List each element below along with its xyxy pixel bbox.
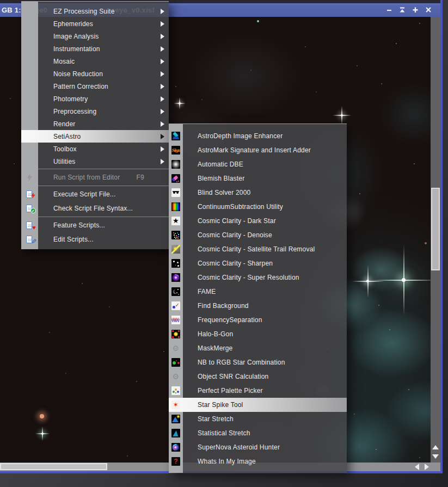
submenu-arrow-icon	[161, 46, 164, 52]
submenu-arrow-icon	[161, 159, 164, 164]
menu-item-continuumsubtraction-utility[interactable]: ContinuumSubtraction Utility	[169, 200, 347, 214]
menu-item-ez-processing-suite[interactable]: EZ Processing Suite	[21, 5, 169, 17]
window-controls	[385, 5, 433, 14]
menu-item-frequencyseparation[interactable]: FrequencySeparation	[169, 313, 347, 327]
find-background-icon	[169, 301, 183, 310]
menu-item-find-background[interactable]: Find Background	[169, 299, 347, 313]
menu-item-cosmic-clarity-satellite-trail-removal[interactable]: Cosmic Clarity - Satellite Trail Removal	[169, 242, 347, 256]
menu-item-ephemerides[interactable]: Ephemerides	[21, 17, 169, 30]
scroll-down-arrow[interactable]	[432, 454, 439, 459]
menu-item-halo-b-gon[interactable]: Halo-B-Gon	[169, 327, 347, 341]
cc-denoise-icon	[169, 231, 183, 239]
menu-item-perfect-palette-picker[interactable]: Perfect Palette Picker	[169, 384, 347, 398]
menu-item-utilities[interactable]: Utilities	[21, 155, 169, 168]
menu-item-cosmic-clarity-sharpen[interactable]: Cosmic Clarity - Sharpen	[169, 256, 347, 270]
menu-item-cosmic-clarity-denoise[interactable]: Cosmic Clarity - Denoise	[169, 228, 347, 242]
menu-item-render[interactable]: Render	[21, 118, 169, 130]
setiastro-submenu: AstroDepth Image Enhancer AstroMark Sign…	[169, 124, 347, 473]
nb-to-rgb-icon	[169, 358, 183, 367]
submenu-arrow-icon	[161, 121, 164, 127]
cc-sharpen-icon	[169, 259, 183, 268]
menu-item-run-script-from-editor[interactable]: Run Script from Editor F9	[21, 170, 169, 184]
run-script-lightning-icon	[21, 173, 38, 182]
submenu-arrow-icon	[161, 134, 164, 139]
vertical-scrollbar-thumb[interactable]	[431, 188, 440, 270]
continuum-subtraction-icon	[169, 202, 183, 211]
menu-item-astromark-signature-and-insert-adder[interactable]: AstroMark Signature and Insert Adder	[169, 143, 347, 157]
scroll-left-arrow[interactable]	[415, 464, 419, 470]
orange-star	[40, 414, 44, 418]
automatic-dbe-icon	[169, 160, 183, 169]
shade-icon	[398, 6, 406, 14]
menu-item-edit-scripts[interactable]: Edit Scripts...	[21, 232, 169, 246]
menu-item-star-spike-tool[interactable]: Star Spike Tool	[169, 398, 347, 412]
setiastro-submenu-items: AstroDepth Image Enhancer AstroMark Sign…	[169, 129, 347, 468]
menu-item-setiastro[interactable]: SetiAstro	[21, 130, 169, 143]
menu-item-execute-script-file[interactable]: Execute Script File...	[21, 187, 169, 201]
maskmerge-icon	[169, 344, 183, 353]
scroll-up-arrow[interactable]	[432, 445, 439, 449]
menu-separator	[38, 217, 169, 217]
submenu-arrow-icon	[161, 146, 164, 152]
menu-item-blemish-blaster[interactable]: Blemish Blaster	[169, 171, 347, 186]
menu-item-whats-in-my-image[interactable]: Whats In My Image	[169, 454, 347, 468]
menu-item-cosmic-clarity-super-resolution[interactable]: Cosmic Clarity - Super Resolution	[169, 270, 347, 285]
submenu-arrow-icon	[161, 9, 164, 14]
whats-in-my-image-icon	[169, 457, 183, 466]
blemish-blaster-icon	[169, 174, 183, 183]
cc-super-resolution-icon	[169, 273, 183, 282]
cc-dark-star-icon	[169, 217, 183, 225]
menu-item-photometry[interactable]: Photometry	[21, 93, 169, 105]
astrodepth-icon	[169, 132, 183, 140]
menu-separator	[38, 186, 169, 186]
menu-item-fame[interactable]: FAME	[169, 285, 347, 299]
close-icon	[425, 6, 432, 14]
submenu-arrow-icon	[161, 59, 164, 64]
astromark-icon	[169, 146, 183, 155]
frequency-separation-icon	[169, 316, 183, 324]
check-script-syntax-icon	[21, 204, 38, 213]
menu-item-image-analysis[interactable]: Image Analysis	[21, 30, 169, 42]
menu-item-object-snr-calculation[interactable]: Object SNR Calculation	[169, 369, 347, 384]
vertical-scrollbar[interactable]	[431, 17, 440, 463]
menu-item-automatic-dbe[interactable]: Automatic DBE	[169, 157, 347, 171]
submenu-arrow-icon	[161, 34, 164, 39]
menu-item-toolbox[interactable]: Toolbox	[21, 143, 169, 155]
menu-item-pattern-correction[interactable]: Pattern Correction	[21, 80, 169, 93]
menu-item-noise-reduction[interactable]: Noise Reduction	[21, 67, 169, 80]
close-button[interactable]	[424, 5, 433, 14]
menu-item-statistical-stretch[interactable]: Statistical Stretch	[169, 426, 347, 440]
menu-item-supernova-asteroid-hunter[interactable]: SuperNova Asteroid Hunter	[169, 440, 347, 454]
menu-item-maskmerge[interactable]: MaskMerge	[169, 341, 347, 355]
object-snr-icon	[169, 372, 183, 381]
menu-item-preprocessing[interactable]: Preprocessing	[21, 105, 169, 118]
horizontal-scrollbar-thumb[interactable]	[0, 463, 107, 470]
menu-item-astrodepth-image-enhancer[interactable]: AstroDepth Image Enhancer	[169, 129, 347, 143]
submenu-arrow-icon	[161, 109, 164, 114]
submenu-arrow-icon	[161, 84, 164, 89]
shade-button[interactable]	[398, 5, 407, 14]
menu-item-instrumentation[interactable]: Instrumentation	[21, 42, 169, 55]
menu-item-cosmic-clarity-dark-star[interactable]: Cosmic Clarity - Dark Star	[169, 214, 347, 228]
supernova-icon	[169, 443, 183, 452]
starfield	[0, 17, 1, 18]
statistical-stretch-icon	[169, 429, 183, 437]
menu-separator	[38, 169, 169, 169]
minimize-button[interactable]	[385, 5, 394, 14]
minimize-icon	[385, 6, 393, 14]
menu-item-check-script-file-syntax[interactable]: Check Script File Syntax...	[21, 201, 169, 215]
menu-item-star-stretch[interactable]: Star Stretch	[169, 412, 347, 426]
execute-script-file-icon	[21, 190, 38, 199]
menu-item-nb-to-rgb-star-combination[interactable]: NB to RGB Star Combination	[169, 355, 347, 369]
menu-item-feature-scripts[interactable]: Feature Scripts...	[21, 218, 169, 232]
submenu-arrow-icon	[161, 71, 164, 77]
scroll-right-arrow[interactable]	[425, 464, 429, 470]
cc-satellite-icon	[169, 245, 183, 254]
shortcut-label: F9	[137, 174, 169, 181]
maximize-button[interactable]	[411, 5, 420, 14]
edit-scripts-icon	[21, 235, 38, 244]
star-stretch-icon	[169, 415, 183, 423]
perfect-palette-icon	[169, 386, 183, 395]
menu-item-mosaic[interactable]: Mosaic	[21, 55, 169, 67]
menu-item-blind-solver-2000[interactable]: Blind Solver 2000	[169, 186, 347, 200]
